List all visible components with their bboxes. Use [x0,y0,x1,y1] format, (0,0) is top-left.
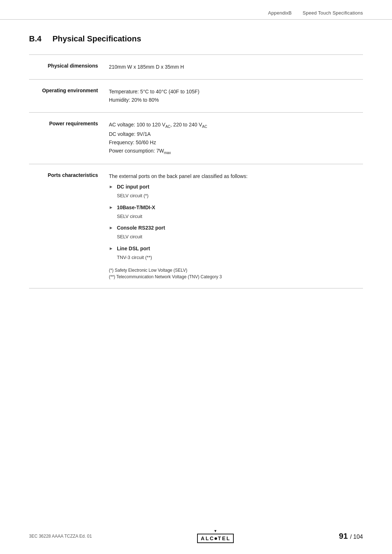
port-item-dsl: ► Line DSL port TNV-3 circuit (**) [109,244,152,264]
footnote-2: (**) Telecommunication Network Voltage (… [109,274,359,280]
logo-letter-a2: T [218,535,221,541]
spec-value-ports-characteristics: The external ports on the back panel are… [109,164,363,288]
port-item-dc: ► DC input port SELV circuit (*) [109,183,149,202]
page-number: 91 / 104 [339,531,363,541]
list-item: ► Console RS232 port SELV circuit [109,224,359,243]
logo-letter-l: L [205,535,209,541]
spec-label-physical-dimensions: Physical dimensions [29,55,109,80]
op-env-line-2: Humidity: 20% to 80% [109,97,159,103]
port-sub-console: SELV circuit [117,233,165,240]
list-item: ► DC input port SELV circuit (*) [109,183,359,202]
power-line-2: DC voltage: 9V/1A [109,131,151,137]
table-row: Power requirements AC voltage: 100 to 12… [29,113,363,164]
logo-letter-l2: L [226,535,230,541]
section-number: B.4 [29,34,41,43]
specs-table: Physical dimensions 210mm W x 185mm D x … [29,54,363,288]
port-name-console: Console RS232 port [117,224,165,232]
bullet-icon: ► [109,183,113,191]
section-title: B.4 Physical Specifications [29,34,363,44]
logo-box: A L C T E L [197,534,233,543]
logo-letter-a1: A [201,535,205,541]
port-list: ► DC input port SELV circuit (*) [109,183,359,263]
page-footer: 3EC 36228 AAAA TCZZA Ed. 01 ▼ A L C T E … [0,529,392,543]
list-item: ► 10Base-T/MDI-X SELV circuit [109,203,359,223]
spec-value-operating-environment: Temperature: 5°C to 40°C (40F to 105F) H… [109,80,363,113]
table-row: Operating environment Temperature: 5°C t… [29,80,363,113]
spec-label-power-requirements: Power requirements [29,113,109,164]
port-name-10base: 10Base-T/MDI-X [117,203,155,212]
bullet-icon: ► [109,245,113,252]
logo-letter-c: C [210,535,214,541]
spec-label-operating-environment: Operating environment [29,80,109,113]
bullet-icon: ► [109,225,113,232]
table-row: Ports characteristics The external ports… [29,164,363,288]
doc-ref: 3EC 36228 AAAA TCZZA Ed. 01 [29,534,92,539]
port-item-10base: ► 10Base-T/MDI-X SELV circuit [109,203,155,223]
header-section-title: Speed Touch Specifications [303,10,363,16]
page-current: 91 [339,531,348,541]
port-name-dc: DC input port [117,183,149,191]
power-line-4: Power consumption: 7Wmax [109,148,171,154]
alcatel-logo: ▼ A L C T E L [197,529,233,543]
port-footnotes: (*) Safety Electronic Low Voltage (SELV)… [109,267,359,280]
section-title-text: Physical Specifications [52,34,141,43]
page-total: 104 [353,534,363,540]
spec-value-physical-dimensions: 210mm W x 185mm D x 35mm H [109,55,363,80]
header-appendix: AppendixB [268,10,292,16]
footnote-1: (*) Safety Electronic Low Voltage (SELV) [109,267,359,274]
list-item: ► Line DSL port TNV-3 circuit (**) [109,244,359,264]
ports-intro: The external ports on the back panel are… [109,173,248,179]
logo-letter-e: E [222,535,226,541]
page-header: AppendixB Speed Touch Specifications [0,0,392,20]
main-content: B.4 Physical Specifications Physical dim… [0,20,392,310]
spec-value-power-requirements: AC voltage: 100 to 120 VAC, 220 to 240 V… [109,113,363,164]
table-row: Physical dimensions 210mm W x 185mm D x … [29,55,363,80]
page-separator: / [350,534,353,540]
op-env-line-1: Temperature: 5°C to 40°C (40F to 105F) [109,89,199,94]
power-line-1: AC voltage: 100 to 120 VAC, 220 to 240 V… [109,122,207,128]
logo-arrow-icon: ▼ [214,529,217,533]
port-item-console: ► Console RS232 port SELV circuit [109,224,165,243]
bullet-icon: ► [109,204,113,211]
power-line-3: Frequency: 50/60 Hz [109,139,156,145]
port-sub-10base: SELV circuit [117,213,155,220]
port-sub-dsl: TNV-3 circuit (**) [117,254,152,261]
spec-label-ports-characteristics: Ports characteristics [29,164,109,288]
logo-dot-icon [215,537,217,540]
port-sub-dc: SELV circuit (*) [117,192,149,199]
port-name-dsl: Line DSL port [117,244,150,253]
page-wrapper: AppendixB Speed Touch Specifications B.4… [0,0,392,554]
